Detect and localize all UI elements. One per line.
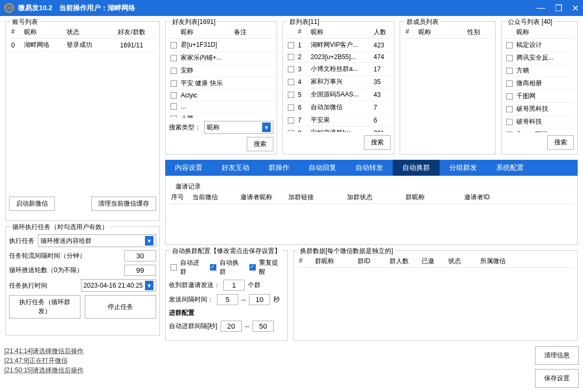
checkbox-icon[interactable] <box>288 79 294 85</box>
checkbox-icon[interactable] <box>288 42 294 48</box>
friend-row[interactable]: 小胖 <box>169 112 273 118</box>
friend-row[interactable]: ... <box>169 101 273 112</box>
enter-min-input[interactable] <box>221 321 242 332</box>
send-max-input[interactable] <box>249 294 270 305</box>
checkbox-icon[interactable] <box>171 55 177 61</box>
official-row[interactable]: 破哥黑科技 <box>505 103 574 116</box>
clear-cache-button[interactable]: 清理当前微信缓存 <box>91 197 156 211</box>
friend-row[interactable]: 安静 <box>169 64 273 77</box>
friend-row[interactable]: 平安 健康 快乐 <box>169 77 273 90</box>
checkbox-icon[interactable] <box>506 80 513 87</box>
official-row[interactable]: 方糖 <box>505 64 574 77</box>
minimize-icon[interactable]: — <box>537 3 545 13</box>
checkbox-icon[interactable] <box>506 55 513 61</box>
exec-title: 循环执行任务（对勾选用户有效） <box>10 223 110 232</box>
friend-row[interactable]: 君[u+1F31D] <box>169 39 273 52</box>
friends-title: 好友列表[1691] <box>170 18 217 27</box>
switch-data-title: 换群数据[每个微信数据是独立的] <box>298 247 395 256</box>
checkbox-icon[interactable] <box>506 106 513 112</box>
checkbox-icon[interactable] <box>171 92 177 99</box>
official-search-button[interactable]: 搜索 <box>547 135 574 150</box>
search-type-combo[interactable]: 昵称 ▼ <box>204 121 273 134</box>
checkbox-icon[interactable] <box>288 54 294 60</box>
group-row[interactable]: 6自动加微信7 <box>286 101 391 114</box>
friend-row[interactable]: Aclyic <box>169 90 273 101</box>
checkbox-icon[interactable] <box>506 119 513 125</box>
chevron-down-icon[interactable]: ▼ <box>262 123 271 132</box>
group-row[interactable]: 7平安果6 <box>286 114 391 127</box>
group-row[interactable]: 8宝妈交流群[u+...291 <box>286 127 391 132</box>
chevron-down-icon[interactable]: ▼ <box>145 236 153 246</box>
checkbox-icon[interactable] <box>506 132 513 133</box>
checkbox-icon[interactable] <box>288 104 294 111</box>
start-wechat-button[interactable]: 启动新微信 <box>9 197 55 211</box>
tab-0[interactable]: 内容设置 <box>165 160 212 176</box>
official-row[interactable]: 微商相册 <box>505 77 574 90</box>
recv-count-input[interactable] <box>223 280 245 291</box>
app-logo: W <box>4 3 14 13</box>
tab-6[interactable]: 分组群发 <box>440 160 487 176</box>
time-combo[interactable]: 2023-04-16 21:40:25 ▼ <box>81 279 156 292</box>
tab-7[interactable]: 系统配置 <box>487 160 533 176</box>
exec-panel: 循环执行任务（对勾选用户有效） 执行任务 循环推送内容给群 ▼ 任务轮流间隔时间… <box>5 226 160 336</box>
official-row[interactable]: 破哥科技 <box>505 116 574 128</box>
group-row[interactable]: 4家和万事兴35 <box>286 76 391 88</box>
task-combo[interactable]: 循环推送内容给群 ▼ <box>38 234 156 247</box>
auto-enter-checkbox[interactable]: 自动进群 <box>169 258 205 276</box>
groups-search-button[interactable]: 搜索 <box>364 135 391 150</box>
invite-panel: 邀请记录 序号当前微信邀请者昵称加群链接加群状态群昵称邀请者ID <box>165 176 578 245</box>
tab-4[interactable]: 自动转发 <box>346 160 393 176</box>
members-panel: 群成员列表 # 昵称 性别 <box>400 21 496 154</box>
col-nick: 昵称 <box>22 26 64 38</box>
clear-info-button[interactable]: 清理信息 <box>535 346 579 365</box>
auto-config-panel: 自动换群配置【修改需点击保存设置】 自动进群 自动换群 重复提醒 收到群邀请发送… <box>165 250 288 341</box>
time-label: 任务执行时间 <box>9 281 47 290</box>
group-row[interactable]: 22023[u+2B55]...474 <box>286 52 391 63</box>
enter-config-title: 进群配置 <box>169 308 284 317</box>
members-title: 群成员列表 <box>404 18 441 27</box>
task-label: 执行任务 <box>9 236 35 246</box>
auto-switch-checkbox[interactable]: 自动换群 <box>208 258 245 276</box>
chevron-down-icon[interactable]: ▼ <box>145 281 153 290</box>
account-row[interactable]: 0湖畔网络登录成功1691/11 <box>9 39 156 52</box>
tab-1[interactable]: 好友互动 <box>212 160 259 176</box>
interval-input[interactable] <box>124 250 156 262</box>
checkbox-icon[interactable] <box>506 42 513 48</box>
checkbox-icon[interactable] <box>506 68 513 74</box>
official-row[interactable]: Canva可画 <box>505 128 574 132</box>
stop-task-button[interactable]: 停止任务 <box>85 295 156 318</box>
tab-3[interactable]: 自动回复 <box>299 160 346 176</box>
checkbox-icon[interactable] <box>171 68 177 74</box>
official-row[interactable]: 腾讯安全反... <box>505 52 574 64</box>
rounds-label: 循环推送轮数（0为不限） <box>9 266 83 275</box>
rounds-input[interactable] <box>124 265 156 276</box>
checkbox-icon[interactable] <box>171 103 177 110</box>
save-config-button[interactable]: 保存设置 <box>535 369 579 388</box>
checkbox-icon[interactable] <box>506 93 513 100</box>
maximize-icon[interactable]: ❐ <box>555 3 562 13</box>
checkbox-icon[interactable] <box>171 80 177 87</box>
group-row[interactable]: 5全国源码SAAS...43 <box>286 88 391 101</box>
friends-search-button[interactable]: 搜索 <box>247 137 273 151</box>
group-row[interactable]: 3小博文粉丝群a...17 <box>286 63 391 76</box>
repeat-alert-checkbox[interactable]: 重复提醒 <box>248 258 284 276</box>
checkbox-icon[interactable] <box>288 66 294 72</box>
official-row[interactable]: 稿定设计 <box>505 39 574 52</box>
official-row[interactable]: 千图网 <box>505 90 574 103</box>
tab-5[interactable]: 自动换群 <box>393 160 440 176</box>
checkbox-icon[interactable] <box>288 92 294 98</box>
checkbox-icon[interactable] <box>288 130 294 133</box>
friend-row[interactable]: 家家乐内铺+... <box>169 52 273 64</box>
checkbox-icon[interactable] <box>171 116 177 118</box>
enter-max-input[interactable] <box>253 321 274 332</box>
log-output: [21:41:14]请选择微信后操作[21:47:9]正在打开微信[21:50:… <box>4 346 530 388</box>
checkbox-icon[interactable] <box>171 42 177 48</box>
close-icon[interactable]: ✕ <box>572 3 579 13</box>
group-row[interactable]: 1湖畔网VIP客户...423 <box>286 39 391 52</box>
tab-2[interactable]: 群操作 <box>259 160 299 176</box>
checkbox-icon[interactable] <box>288 117 294 124</box>
tab-bar: 内容设置好友互动群操作自动回复自动转发自动换群分组群发系统配置 <box>165 160 578 176</box>
accounts-panel: 账号列表 # 昵称 状态 好友/群数 0湖畔网络登录成功1691/11 启动新微… <box>5 21 160 221</box>
send-min-input[interactable] <box>217 294 238 305</box>
run-task-button[interactable]: 执行任务（循环群发） <box>9 295 80 318</box>
